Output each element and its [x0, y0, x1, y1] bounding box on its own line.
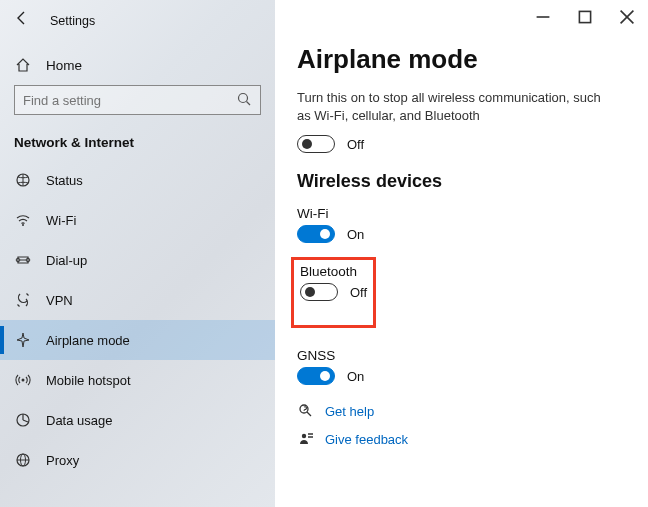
main: Airplane mode Turn this on to stop all w…: [275, 0, 648, 507]
data-icon: [14, 412, 32, 428]
svg-point-4: [239, 93, 248, 102]
sidebar-item-label: Airplane mode: [46, 333, 130, 348]
svg-point-11: [22, 379, 25, 382]
home-icon: [14, 57, 32, 73]
device-toggle-wi-fi[interactable]: [297, 225, 335, 243]
device-wi-fi: Wi-FiOn: [297, 206, 626, 243]
svg-line-17: [307, 412, 311, 416]
device-gnss: GNSSOn: [297, 348, 626, 385]
sidebar-item-label: Dial-up: [46, 253, 87, 268]
dialup-icon: [14, 252, 32, 268]
maximize-button[interactable]: [564, 4, 606, 30]
svg-point-18: [302, 434, 306, 438]
device-state: On: [347, 227, 364, 242]
airplane-mode-state: Off: [347, 137, 364, 152]
sidebar-item-label: Status: [46, 173, 83, 188]
device-state: On: [347, 369, 364, 384]
sidebar-item-data-usage[interactable]: Data usage: [0, 400, 275, 440]
airplane-icon: [14, 332, 32, 348]
sidebar-item-label: VPN: [46, 293, 73, 308]
device-toggle-gnss[interactable]: [297, 367, 335, 385]
sidebar-item-airplane-mode[interactable]: Airplane mode: [0, 320, 275, 360]
sidebar-item-label: Mobile hotspot: [46, 373, 131, 388]
home-nav[interactable]: Home: [0, 47, 275, 85]
status-icon: [14, 172, 32, 188]
category-title: Network & Internet: [0, 129, 275, 160]
page-title: Airplane mode: [297, 44, 626, 75]
svg-rect-1: [579, 11, 590, 22]
back-button[interactable]: [14, 10, 30, 31]
search-input[interactable]: [14, 85, 261, 115]
device-bluetooth: BluetoothOff: [297, 261, 626, 336]
help-icon: [297, 403, 315, 419]
sidebar-item-vpn[interactable]: VPN: [0, 280, 275, 320]
sidebar-item-label: Proxy: [46, 453, 79, 468]
highlight-box: BluetoothOff: [291, 257, 376, 328]
give-feedback-link[interactable]: Give feedback: [325, 432, 408, 447]
airplane-mode-toggle[interactable]: [297, 135, 335, 153]
wifi-icon: [14, 212, 32, 228]
device-label: Bluetooth: [300, 264, 367, 279]
app-title: Settings: [50, 14, 95, 28]
svg-line-5: [247, 101, 251, 105]
section-title: Wireless devices: [297, 171, 626, 192]
svg-point-7: [22, 224, 24, 226]
sidebar-item-mobile-hotspot[interactable]: Mobile hotspot: [0, 360, 275, 400]
get-help-link[interactable]: Get help: [325, 404, 374, 419]
proxy-icon: [14, 452, 32, 468]
close-button[interactable]: [606, 4, 648, 30]
page-description: Turn this on to stop all wireless commun…: [297, 89, 617, 125]
minimize-button[interactable]: [522, 4, 564, 30]
sidebar: Settings Home Network & Internet StatusW…: [0, 0, 275, 507]
vpn-icon: [14, 292, 32, 308]
feedback-icon: [297, 431, 315, 447]
search-icon: [236, 91, 252, 110]
device-label: GNSS: [297, 348, 626, 363]
sidebar-item-label: Wi-Fi: [46, 213, 76, 228]
sidebar-item-proxy[interactable]: Proxy: [0, 440, 275, 480]
sidebar-item-dial-up[interactable]: Dial-up: [0, 240, 275, 280]
sidebar-item-label: Data usage: [46, 413, 113, 428]
home-label: Home: [46, 58, 82, 73]
device-state: Off: [350, 285, 367, 300]
device-label: Wi-Fi: [297, 206, 626, 221]
device-toggle-bluetooth[interactable]: [300, 283, 338, 301]
hotspot-icon: [14, 372, 32, 388]
sidebar-item-status[interactable]: Status: [0, 160, 275, 200]
sidebar-item-wi-fi[interactable]: Wi-Fi: [0, 200, 275, 240]
search-field[interactable]: [23, 93, 218, 108]
